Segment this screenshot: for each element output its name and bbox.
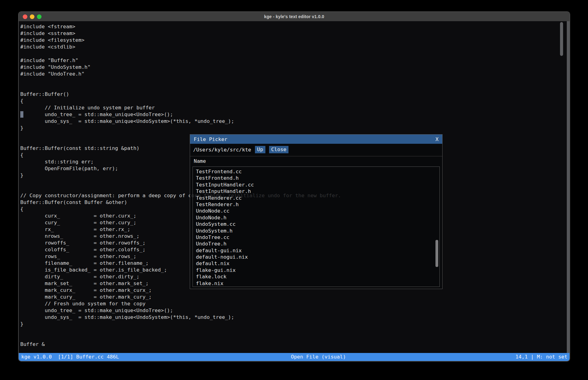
status-mode: Open File (visual) — [291, 353, 346, 361]
text-cursor — [20, 111, 23, 118]
status-bar: kge v1.0.0 [1/1] Buffer.cc 486L Open Fil… — [19, 353, 570, 361]
file-list-item[interactable]: UndoNode.h — [193, 214, 439, 221]
file-list-item[interactable]: TestInputHandler.cc — [193, 182, 439, 188]
file-picker-title: File Picker — [194, 136, 227, 142]
file-list-item[interactable]: default-nogui.nix — [193, 254, 439, 260]
editor-window: kge - kyle's text editor v1.0.0 #include… — [18, 11, 570, 362]
file-list-item[interactable]: TestInputHandler.h — [193, 188, 439, 194]
file-list-item[interactable]: flake.nix — [193, 280, 439, 287]
window-titlebar: kge - kyle's text editor v1.0.0 — [19, 12, 570, 21]
zoom-window-icon[interactable] — [37, 14, 42, 19]
file-list-item[interactable]: UndoSystem.cc — [193, 221, 439, 227]
window-title: kge - kyle's text editor v1.0.0 — [19, 14, 570, 19]
file-picker-dialog: File Picker X /Users/kyle/src/kte Up Clo… — [190, 134, 443, 289]
file-list-item[interactable]: flake.lock — [193, 273, 439, 280]
file-list-item[interactable]: UndoSystem.h — [193, 228, 439, 234]
close-button[interactable]: Close — [269, 146, 289, 153]
desktop: kge - kyle's text editor v1.0.0 #include… — [0, 0, 588, 380]
status-version-file: kge v1.0.0 [1/1] Buffer.cc 486L — [21, 353, 119, 361]
file-list-item[interactable]: TestRenderer.cc — [193, 195, 439, 201]
file-list[interactable]: TestFrontend.cc TestFrontend.h TestInput… — [193, 166, 440, 287]
file-list-item[interactable]: TestRenderer.h — [193, 201, 439, 208]
minimize-window-icon[interactable] — [30, 14, 34, 19]
file-list-item[interactable]: TestFrontend.h — [193, 175, 439, 181]
file-list-item[interactable]: UndoTree.cc — [193, 234, 439, 241]
editor-content[interactable]: #include <fstream> #include <sstream> #i… — [19, 21, 570, 353]
file-picker-path-row: /Users/kyle/src/kte Up Close — [190, 144, 442, 155]
file-list-item[interactable]: default-gui.nix — [193, 247, 439, 254]
file-list-scrollbar-thumb[interactable] — [435, 240, 438, 267]
close-icon[interactable]: X — [435, 136, 439, 142]
status-cursor-position: 14,1 | M: not set — [515, 353, 567, 361]
file-list-item[interactable]: UndoNode.cc — [193, 208, 439, 214]
file-picker-titlebar[interactable]: File Picker X — [190, 135, 442, 144]
up-button[interactable]: Up — [255, 146, 265, 153]
column-header-name: Name — [190, 156, 442, 165]
current-path: /Users/kyle/src/kte — [193, 147, 251, 153]
file-list-item[interactable]: TestFrontend.cc — [193, 168, 439, 175]
file-list-item[interactable]: UndoTree.h — [193, 241, 439, 247]
traffic-lights — [23, 12, 42, 21]
file-list-item[interactable]: flake-gui.nix — [193, 267, 439, 273]
editor-scrollbar-track[interactable] — [567, 21, 570, 353]
file-list-item[interactable]: default.nix — [193, 260, 439, 267]
editor-scrollbar-thumb[interactable] — [560, 22, 563, 56]
close-window-icon[interactable] — [23, 14, 27, 19]
